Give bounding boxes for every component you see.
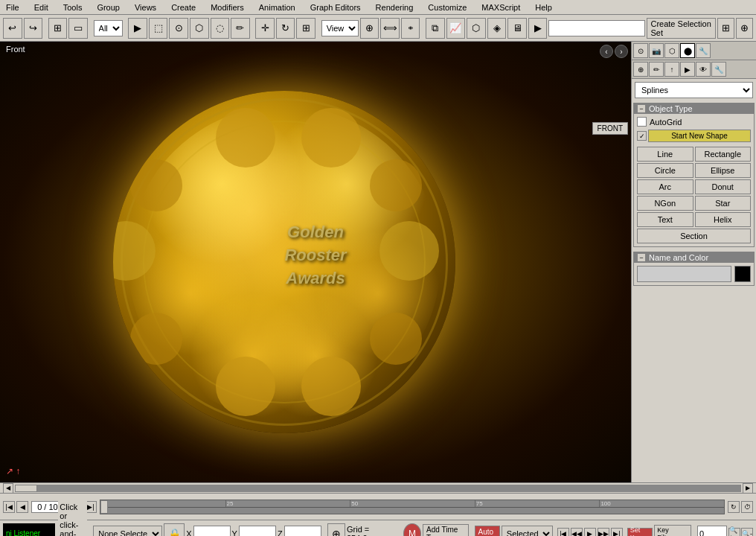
selection-filter-dropdown[interactable]: All — [94, 20, 123, 36]
schematic-view-button[interactable]: ⬡ — [467, 18, 486, 39]
autogrid-checkbox[interactable] — [637, 117, 647, 127]
menu-graph-editors[interactable]: Graph Editors — [307, 1, 364, 13]
timeline-scroll-thumb[interactable] — [15, 485, 37, 492]
panel-tab-display2[interactable]: 👁 — [696, 62, 711, 77]
panel-tab-camera[interactable]: 📷 — [649, 43, 664, 58]
name-color-header[interactable]: − Name and Color — [634, 252, 754, 263]
lock-icon[interactable]: 🔒 — [164, 523, 185, 537]
rotate-button[interactable]: ↻ — [276, 18, 295, 39]
loop-button[interactable]: ↻ — [728, 501, 740, 513]
object-type-header[interactable]: − Object Type — [634, 103, 754, 114]
name-color-collapse[interactable]: − — [637, 253, 646, 262]
move-button[interactable]: ✛ — [255, 18, 275, 39]
panel-tab-create[interactable]: ⊕ — [633, 62, 648, 77]
create-selection-set-input[interactable] — [548, 20, 645, 36]
select-paint-button[interactable]: ✏ — [231, 18, 250, 39]
timeline-playhead[interactable] — [100, 500, 108, 514]
object-type-collapse[interactable]: − — [637, 104, 646, 113]
shape-btn-star[interactable]: Star — [695, 196, 752, 211]
shape-btn-section[interactable]: Section — [637, 229, 751, 243]
shape-btn-arc[interactable]: Arc — [637, 179, 693, 194]
zoom-time-in[interactable]: 🔍+ — [728, 528, 740, 537]
select-fence-button[interactable]: ⬡ — [190, 18, 209, 39]
undo-button[interactable]: ↩ — [3, 18, 22, 39]
curve-editor-button[interactable]: 📈 — [446, 18, 466, 39]
menu-customize[interactable]: Customize — [425, 1, 470, 13]
select-lasso-button[interactable]: ◌ — [211, 18, 230, 39]
shape-btn-circle[interactable]: Circle — [637, 163, 693, 178]
render-setup-button[interactable]: 🖥 — [507, 18, 527, 39]
shape-btn-text[interactable]: Text — [637, 212, 693, 227]
auto-key-button[interactable]: Auto Key — [475, 526, 500, 537]
material-editor-button[interactable]: ◈ — [487, 18, 507, 39]
color-swatch[interactable] — [734, 266, 751, 282]
prev-frame-btn[interactable]: |◀ — [557, 528, 569, 537]
scale-button[interactable]: ⊞ — [296, 18, 315, 39]
menu-edit[interactable]: Edit — [31, 1, 51, 13]
z-input[interactable] — [284, 526, 321, 537]
timeline-scroll-track[interactable] — [15, 485, 741, 492]
key-filters-button[interactable]: Key Filters... — [654, 525, 691, 537]
shape-btn-rectangle[interactable]: Rectangle — [695, 147, 752, 162]
select-region-circle-button[interactable]: ⊙ — [169, 18, 188, 39]
maxscript-listener[interactable]: ni Listener — [3, 523, 55, 537]
frame-input[interactable] — [697, 526, 727, 537]
play-prev-button[interactable]: ◀ — [16, 501, 28, 513]
panel-tab-display[interactable]: ⊙ — [633, 43, 648, 58]
play-btn[interactable]: ▶ — [584, 528, 596, 537]
timeline-track[interactable]: 0 25 50 75 100 — [100, 500, 725, 514]
menu-modifiers[interactable]: Modifiers — [208, 1, 247, 13]
menu-views[interactable]: Views — [132, 1, 159, 13]
layer-manager-button[interactable]: ⧉ — [426, 18, 445, 39]
timeline-scroll-right[interactable]: ▶ — [743, 483, 753, 494]
name-input[interactable] — [637, 266, 731, 282]
shape-btn-ngon[interactable]: NGon — [637, 196, 693, 211]
timeline-scroll-left[interactable]: ◀ — [3, 483, 13, 494]
named-selection-sets-button[interactable]: ⊞ — [717, 18, 734, 39]
menu-create[interactable]: Create — [168, 1, 199, 13]
set-key-button[interactable]: Set Key — [627, 528, 653, 537]
next-key-btn[interactable]: ▶▶ — [598, 528, 609, 537]
extra-tools-button[interactable]: ⊕ — [736, 18, 753, 39]
menu-group[interactable]: Group — [94, 1, 123, 13]
menu-tools[interactable]: Tools — [60, 1, 86, 13]
redo-button[interactable]: ↪ — [24, 18, 43, 39]
shape-btn-ellipse[interactable]: Ellipse — [695, 163, 752, 178]
quick-render-button[interactable]: ▶ — [528, 18, 548, 39]
time-config-button[interactable]: ⏱ — [741, 501, 753, 513]
create-selection-set-button[interactable]: Create Selection Set — [647, 18, 715, 39]
menu-animation[interactable]: Animation — [256, 1, 298, 13]
start-new-shape-button[interactable]: Start New Shape — [648, 130, 751, 142]
panel-tab-utility[interactable]: 🔧 — [696, 43, 711, 58]
menu-maxscript[interactable]: MAXScript — [478, 1, 523, 13]
zoom-time-out[interactable]: 🔍- — [741, 528, 753, 537]
panel-tab-hierarchy2[interactable]: ↑ — [664, 62, 679, 77]
use-pivot-button[interactable]: ⊕ — [360, 18, 379, 39]
x-input[interactable] — [193, 526, 231, 537]
select-button[interactable]: ▶ — [128, 18, 147, 39]
select-region-rect-button[interactable]: ⬚ — [149, 18, 168, 39]
panel-tab-hierarchy[interactable]: ⬡ — [664, 43, 679, 58]
align-button[interactable]: ⧞ — [401, 18, 420, 39]
panel-tab-motion[interactable]: ⬤ — [680, 43, 695, 58]
shape-btn-line[interactable]: Line — [637, 147, 693, 162]
panel-tab-motion2[interactable]: ▶ — [680, 62, 695, 77]
front-view-button[interactable]: FRONT — [592, 122, 628, 135]
snap-icon[interactable]: ⊕ — [327, 523, 345, 537]
next-frame-btn[interactable]: ▶| — [611, 528, 623, 537]
select-region-button[interactable]: ▭ — [68, 18, 88, 39]
select-by-name-button[interactable]: ⊞ — [48, 18, 68, 39]
viewport-nav-right[interactable]: › — [615, 45, 628, 58]
maxscript-icon[interactable]: M — [403, 523, 421, 537]
viewport-nav-left[interactable]: ‹ — [600, 45, 613, 58]
splines-category-dropdown[interactable]: Splines — [635, 82, 753, 98]
panel-tab-modify[interactable]: ✏ — [649, 62, 664, 77]
menu-file[interactable]: File — [3, 1, 22, 13]
menu-rendering[interactable]: Rendering — [373, 1, 417, 13]
none-selected-dropdown[interactable]: None Selecte — [93, 526, 162, 537]
shape-btn-donut[interactable]: Donut — [695, 179, 752, 194]
menu-help[interactable]: Help — [532, 1, 555, 13]
shape-btn-helix[interactable]: Helix — [695, 212, 752, 227]
view-coord-dropdown[interactable]: View — [321, 20, 359, 36]
mirror-button[interactable]: ⟺ — [380, 18, 400, 39]
